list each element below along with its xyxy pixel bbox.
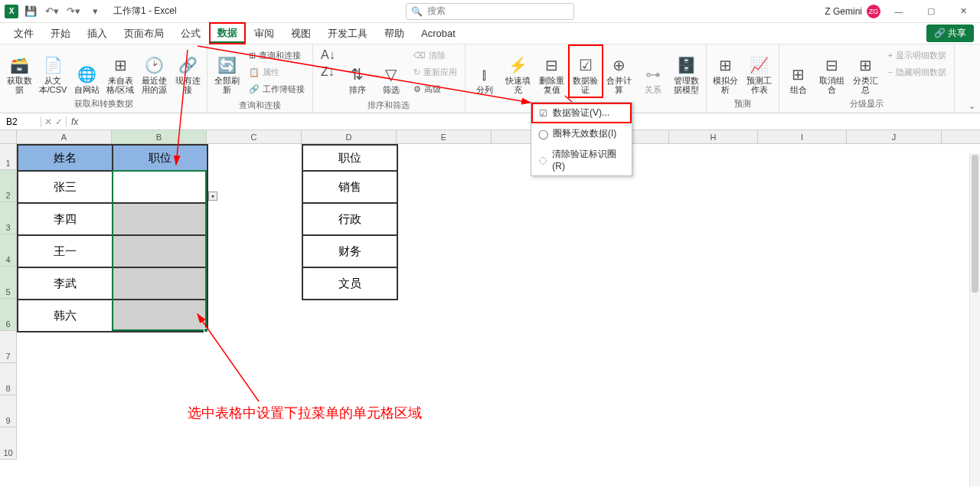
tab-data[interactable]: 数据 (210, 23, 245, 44)
row-header[interactable]: 7 (0, 331, 17, 363)
cell[interactable]: 韩六 (18, 300, 113, 332)
vertical-scrollbar[interactable] (969, 153, 980, 486)
consolidate-button[interactable]: ⊕合并计算 (603, 46, 635, 97)
group-button[interactable]: ⊞组合 (782, 46, 815, 97)
what-if-button[interactable]: ⊞模拟分析 (710, 46, 742, 97)
enter-formula-icon[interactable]: ✓ (55, 116, 63, 127)
tab-layout[interactable]: 页面布局 (116, 24, 172, 44)
sort-asc-button[interactable]: A↓ (318, 47, 338, 63)
row-header[interactable]: 5 (0, 267, 17, 299)
forecast-button[interactable]: 📈预测工作表 (743, 46, 776, 97)
user-name[interactable]: Z Gemini (825, 6, 862, 17)
cell[interactable] (113, 235, 207, 267)
remove-duplicates-button[interactable]: ⊟删除重复值 (536, 46, 568, 97)
from-web-button[interactable]: 🌐自网站 (70, 46, 103, 97)
sort-button[interactable]: ⇅排序 (341, 46, 374, 97)
sort-desc-button[interactable]: Z↓ (318, 64, 338, 80)
row-header[interactable]: 4 (0, 234, 17, 267)
data-validation-menu-item[interactable]: ☑数据验证(V)... (531, 103, 632, 123)
advanced-filter-button[interactable]: ⚙ 高级 (410, 81, 460, 97)
tab-home[interactable]: 开始 (43, 24, 78, 44)
row-header[interactable]: 6 (0, 299, 17, 331)
ribbon-tabs: 文件 开始 插入 页面布局 公式 数据 审阅 视图 开发工具 帮助 Acroba… (0, 23, 980, 44)
cell[interactable]: 财务 (302, 235, 397, 267)
cell-b2[interactable] (113, 171, 207, 203)
table-header[interactable]: 职位 (113, 145, 207, 171)
cell[interactable]: 销售 (302, 171, 397, 203)
row-header[interactable]: 3 (0, 202, 17, 234)
cell[interactable]: 张三 (18, 171, 113, 203)
tab-file[interactable]: 文件 (6, 24, 41, 44)
column-header[interactable]: C (207, 130, 302, 143)
ungroup-button[interactable]: ⊟取消组合 (816, 46, 848, 97)
user-avatar[interactable]: ZG (867, 5, 880, 18)
row-header[interactable]: 2 (0, 170, 17, 202)
existing-conn-button[interactable]: 🔗现有连接 (172, 46, 204, 97)
column-header[interactable]: D (302, 130, 397, 143)
column-header[interactable]: H (669, 130, 758, 143)
column-header[interactable]: B (112, 130, 207, 143)
tab-help[interactable]: 帮助 (377, 24, 412, 44)
data-validation-dropdown-handle[interactable]: ▾ (208, 192, 217, 201)
search-icon: 🔍 (411, 6, 423, 17)
titlebar: X 💾 ↶▾ ↷▾ ▾ 工作簿1 - Excel 🔍 搜索 Z Gemini Z… (0, 0, 980, 23)
scroll-thumb[interactable] (972, 155, 978, 293)
window-title: 工作簿1 - Excel (113, 5, 177, 18)
redo-button[interactable]: ↷▾ (64, 2, 83, 21)
collapse-ribbon-button[interactable]: ⌄ (969, 101, 975, 111)
column-header[interactable]: J (847, 130, 942, 143)
tab-insert[interactable]: 插入 (80, 24, 115, 44)
data-validation-button[interactable]: ☑数据验证 (570, 46, 602, 97)
cell[interactable]: 王一 (18, 235, 113, 267)
tab-formulas[interactable]: 公式 (173, 24, 208, 44)
maximize-button[interactable]: ▢ (917, 0, 945, 23)
tab-review[interactable]: 审阅 (247, 24, 282, 44)
row-header[interactable]: 1 (0, 144, 17, 170)
row-header[interactable]: 10 (0, 427, 17, 460)
search-input[interactable]: 🔍 搜索 (406, 3, 574, 20)
from-csv-button[interactable]: 📄从文本/CSV (37, 46, 69, 97)
refresh-all-button[interactable]: 🔄全部刷新 (211, 46, 243, 97)
column-header[interactable]: I (758, 130, 847, 143)
tab-acrobat[interactable]: Acrobat (413, 25, 463, 42)
undo-button[interactable]: ↶▾ (43, 2, 61, 21)
select-all-corner[interactable] (0, 130, 17, 143)
row-header[interactable]: 8 (0, 363, 17, 395)
table-header[interactable]: 职位 (302, 145, 397, 171)
tab-view[interactable]: 视图 (283, 24, 318, 44)
filter-button[interactable]: ▽筛选 (375, 46, 407, 97)
text-to-columns-button[interactable]: ⫿分列 (469, 46, 501, 97)
from-table-button[interactable]: ⊞来自表格/区域 (104, 46, 136, 97)
formula-bar: B2 ✕✓ fx (0, 113, 980, 130)
clear-circles-menu-item[interactable]: ◌清除验证标识圈(R) (531, 144, 632, 175)
fx-icon[interactable]: fx (67, 116, 83, 127)
workbook-links-button[interactable]: 🔗 工作簿链接 (246, 81, 308, 97)
cell[interactable]: 李四 (18, 203, 113, 235)
cell[interactable]: 行政 (302, 203, 397, 235)
cell[interactable] (113, 267, 207, 300)
share-button[interactable]: 🔗 共享 (926, 25, 974, 42)
cell[interactable]: 文员 (302, 267, 397, 300)
flash-fill-button[interactable]: ⚡快速填充 (502, 46, 534, 97)
name-box[interactable]: B2 (3, 116, 41, 127)
subtotal-button[interactable]: ⊞分类汇总 (850, 46, 882, 97)
relationships-button[interactable]: ⊶关系 (637, 46, 669, 97)
row-header[interactable]: 9 (0, 395, 17, 427)
column-header[interactable]: E (397, 130, 492, 143)
tab-developer[interactable]: 开发工具 (320, 24, 375, 44)
save-button[interactable]: 💾 (21, 2, 40, 21)
get-data-button[interactable]: 🗃️获取数据 (3, 46, 35, 97)
cell[interactable] (113, 203, 207, 235)
data-model-button[interactable]: 🗄️管理数据模型 (671, 46, 703, 97)
minimize-button[interactable]: — (885, 0, 913, 23)
cell[interactable] (113, 300, 207, 332)
table-header[interactable]: 姓名 (18, 145, 113, 171)
cell[interactable]: 李武 (18, 267, 113, 300)
circle-invalid-menu-item[interactable]: ◯圈释无效数据(I) (531, 123, 632, 144)
column-header[interactable]: A (17, 130, 112, 143)
close-button[interactable]: ✕ (949, 0, 977, 23)
queries-conn-button[interactable]: ⊞ 查询和连接 (246, 47, 308, 63)
recent-sources-button[interactable]: 🕑最近使用的源 (138, 46, 170, 97)
customize-qat[interactable]: ▾ (86, 2, 104, 21)
cancel-formula-icon[interactable]: ✕ (44, 116, 52, 127)
